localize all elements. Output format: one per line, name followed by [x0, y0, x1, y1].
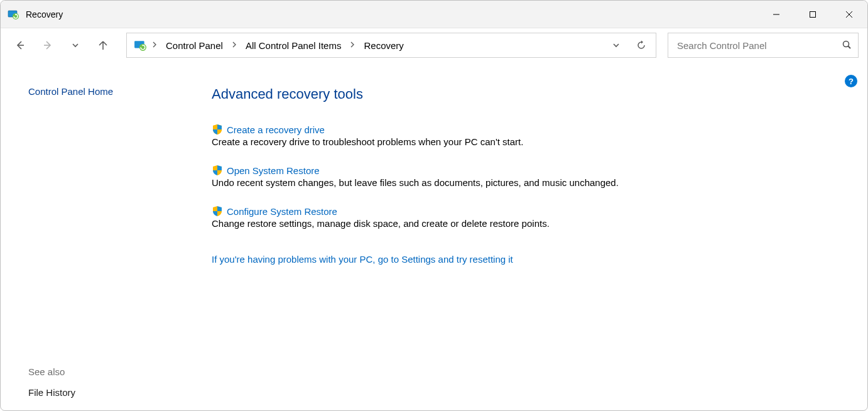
shield-icon	[212, 124, 223, 135]
breadcrumb-control-panel[interactable]: Control Panel	[162, 38, 227, 53]
back-button[interactable]	[9, 35, 31, 56]
chevron-right-icon[interactable]	[231, 41, 238, 49]
create-recovery-drive-link[interactable]: Create a recovery drive	[227, 124, 325, 135]
tool-configure-system-restore: Configure System Restore Change restore …	[212, 206, 842, 229]
svg-rect-4	[810, 11, 816, 17]
open-system-restore-link[interactable]: Open System Restore	[227, 165, 320, 176]
chevron-right-icon[interactable]	[151, 41, 158, 49]
search-input[interactable]	[677, 40, 842, 51]
shield-icon	[212, 206, 223, 217]
breadcrumb-all-items[interactable]: All Control Panel Items	[242, 38, 345, 53]
main-content: Advanced recovery tools Create a recover…	[197, 62, 867, 410]
previous-locations-button[interactable]	[605, 35, 627, 56]
maximize-button[interactable]	[795, 1, 831, 28]
refresh-button[interactable]	[631, 35, 652, 56]
window: Recovery	[0, 0, 868, 411]
open-system-restore-desc: Undo recent system changes, but leave fi…	[212, 177, 842, 188]
toolbar: Control Panel All Control Panel Items Re…	[1, 28, 867, 62]
see-also-label: See also	[28, 366, 75, 377]
search-bar[interactable]	[668, 33, 859, 58]
up-button[interactable]	[92, 35, 114, 56]
recent-locations-button[interactable]	[65, 35, 86, 56]
svg-point-11	[844, 41, 849, 47]
configure-system-restore-link[interactable]: Configure System Restore	[227, 206, 337, 217]
content-area: ? Control Panel Home See also File Histo…	[1, 62, 867, 410]
close-button[interactable]	[831, 1, 867, 28]
see-also-section: See also File History	[28, 366, 75, 398]
control-panel-home-link[interactable]: Control Panel Home	[28, 86, 197, 97]
configure-system-restore-desc: Change restore settings, manage disk spa…	[212, 218, 842, 229]
reset-pc-link[interactable]: If you're having problems with your PC, …	[212, 254, 513, 265]
minimize-button[interactable]	[758, 1, 795, 28]
breadcrumb-recovery[interactable]: Recovery	[360, 38, 407, 53]
page-heading: Advanced recovery tools	[212, 86, 842, 102]
titlebar: Recovery	[1, 1, 867, 28]
file-history-link[interactable]: File History	[28, 387, 75, 398]
tool-create-recovery-drive: Create a recovery drive Create a recover…	[212, 124, 842, 147]
control-panel-icon	[133, 38, 147, 52]
chevron-right-icon[interactable]	[349, 41, 356, 49]
sidebar: Control Panel Home See also File History	[1, 62, 197, 410]
window-title: Recovery	[26, 9, 63, 19]
address-bar[interactable]: Control Panel All Control Panel Items Re…	[126, 33, 656, 58]
forward-button[interactable]	[37, 35, 58, 56]
svg-line-12	[849, 46, 851, 48]
search-icon[interactable]	[842, 40, 852, 52]
recovery-app-icon	[7, 8, 19, 21]
tool-open-system-restore: Open System Restore Undo recent system c…	[212, 165, 842, 188]
create-recovery-drive-desc: Create a recovery drive to troubleshoot …	[212, 136, 842, 147]
shield-icon	[212, 165, 223, 176]
